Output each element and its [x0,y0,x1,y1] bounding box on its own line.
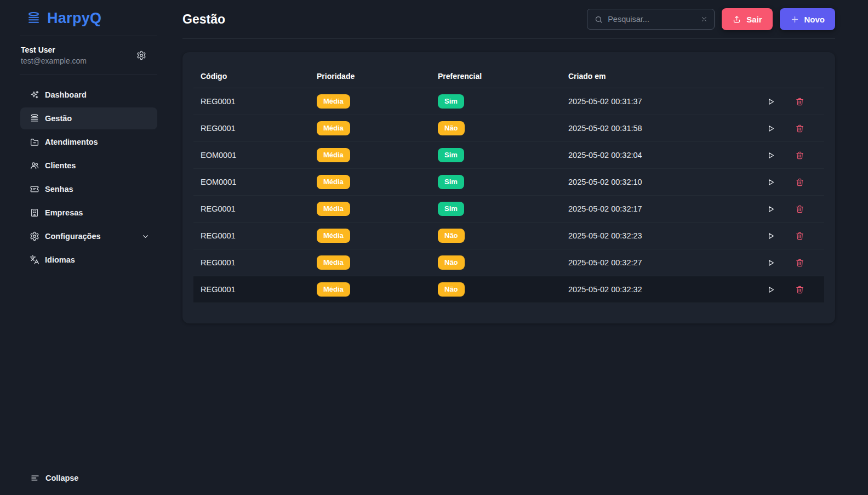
delete-button[interactable] [795,285,804,294]
table-row[interactable]: REG0001 Média Não 2025-05-02 00:31:58 [193,115,824,142]
preferencial-cell: Sim [431,175,561,189]
play-icon [766,285,775,294]
delete-button[interactable] [795,204,804,214]
sidebar-item-label: Clientes [45,161,76,170]
search-icon [595,15,603,24]
user-settings-button[interactable] [136,50,146,60]
preferencial-cell: Não [431,282,561,297]
sidebar-item-gestao[interactable]: Gestão [20,107,157,129]
preferencial-cell: Sim [431,94,561,109]
delete-button[interactable] [795,151,804,160]
new-button[interactable]: Novo [780,8,836,30]
users-icon [30,161,39,170]
main-content: Gestão Sair Novo Código Prioridade Pr [157,0,868,495]
collapse-icon [30,473,40,483]
play-button[interactable] [766,178,775,187]
table-row[interactable]: REG0001 Média Não 2025-05-02 00:32:23 [193,223,824,249]
play-button[interactable] [766,151,775,160]
building-icon [30,208,39,218]
table-row[interactable]: REG0001 Média Não 2025-05-02 00:32:32 [193,276,824,303]
sidebar-item-dashboard[interactable]: Dashboard [20,84,157,106]
play-icon [766,97,775,106]
prioridade-badge: Média [317,121,350,135]
delete-button[interactable] [795,97,804,106]
prioridade-badge: Média [317,229,350,243]
sidebar-item-clientes[interactable]: Clientes [20,155,157,177]
sidebar-item-label: Dashboard [45,90,87,99]
logo[interactable]: HarpyQ [0,0,157,36]
play-button[interactable] [766,258,775,268]
sidebar-item-senhas[interactable]: Senhas [20,178,157,200]
play-icon [766,151,775,160]
sidebar-item-empresas[interactable]: Empresas [20,202,157,224]
trash-icon [795,124,804,133]
trash-icon [795,178,804,187]
table-row[interactable]: REG0001 Média Sim 2025-05-02 00:31:37 [193,88,824,115]
row-actions [763,151,824,160]
sidebar-item-configuracoes[interactable]: Configurações [20,225,157,247]
criado-em-cell: 2025-05-02 00:32:23 [561,231,763,240]
table-row[interactable]: EOM0001 Média Sim 2025-05-02 00:32:04 [193,142,824,169]
codigo-cell: EOM0001 [193,151,310,160]
delete-button[interactable] [795,124,804,133]
criado-em-cell: 2025-05-02 00:32:27 [561,258,763,267]
play-button[interactable] [766,285,775,294]
play-button[interactable] [766,97,775,106]
codigo-cell: REG0001 [193,258,310,267]
queue-icon [30,113,39,123]
sidebar-item-label: Senhas [45,185,73,194]
delete-button[interactable] [795,178,804,187]
search-box [587,9,715,30]
user-info: Test User test@example.com [21,45,87,65]
user-section: Test User test@example.com [0,36,157,75]
play-icon [766,178,775,187]
preferencial-badge: Sim [438,148,464,162]
sidebar-item-atendimentos[interactable]: Atendimentos [20,131,157,153]
preferencial-badge: Sim [438,94,464,109]
play-icon [766,231,775,241]
preferencial-cell: Não [431,255,561,270]
codigo-cell: REG0001 [193,231,310,240]
codigo-cell: EOM0001 [193,178,310,186]
search-input[interactable] [608,15,695,24]
delete-button[interactable] [795,258,804,268]
gear-icon [30,231,39,241]
column-header-prioridade: Prioridade [310,72,431,81]
preferencial-badge: Sim [438,175,464,189]
sidebar-item-label: Atendimentos [45,138,98,146]
trash-icon [795,285,804,294]
codigo-cell: REG0001 [193,124,310,133]
criado-em-cell: 2025-05-02 00:32:32 [561,285,763,294]
table-row[interactable]: REG0001 Média Sim 2025-05-02 00:32:17 [193,196,824,223]
trash-icon [795,258,804,268]
preferencial-badge: Não [438,229,465,243]
header-actions: Sair Novo [587,8,835,30]
table-header-row: Código Prioridade Preferencial Criado em [193,64,824,88]
prioridade-cell: Média [310,229,431,243]
delete-button[interactable] [795,231,804,241]
play-button[interactable] [766,204,775,214]
prioridade-cell: Média [310,175,431,189]
preferencial-badge: Não [438,255,465,270]
sidebar-item-label: Empresas [45,208,83,217]
play-button[interactable] [766,231,775,241]
row-actions [763,178,824,187]
prioridade-badge: Média [317,202,350,216]
trash-icon [795,204,804,214]
criado-em-cell: 2025-05-02 00:32:10 [561,178,763,186]
preferencial-badge: Não [438,282,465,297]
play-button[interactable] [766,124,775,133]
user-name: Test User [21,45,87,54]
collapse-button[interactable]: Collapse [0,473,157,495]
logout-button[interactable]: Sair [722,8,772,30]
queue-logo-icon [26,11,41,26]
search-clear-button[interactable] [700,15,708,23]
trash-icon [795,231,804,241]
prioridade-cell: Média [310,255,431,270]
table-row[interactable]: REG0001 Média Não 2025-05-02 00:32:27 [193,249,824,276]
prioridade-badge: Média [317,282,350,297]
sidebar-item-idiomas[interactable]: Idiomas [20,249,157,271]
ticket-icon [30,184,39,194]
table-row[interactable]: EOM0001 Média Sim 2025-05-02 00:32:10 [193,169,824,196]
column-header-criado-em: Criado em [561,72,763,81]
